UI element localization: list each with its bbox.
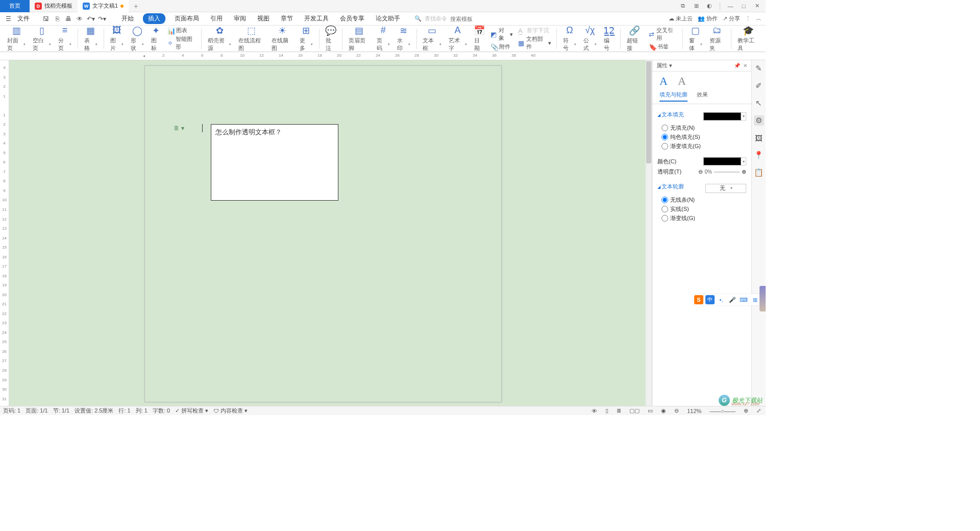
- file-menu[interactable]: 文件: [15, 14, 32, 23]
- radio-fill-grad[interactable]: 渐变填充(G): [662, 142, 746, 150]
- ribbon-more[interactable]: ⊞更多: [297, 27, 316, 51]
- redo-icon[interactable]: ↷▾: [98, 15, 106, 23]
- fit-icon[interactable]: ⤢: [755, 407, 763, 414]
- ribbon-tab-paper[interactable]: 论文助手: [374, 13, 402, 24]
- ribbon-pageno[interactable]: #页码: [374, 27, 393, 51]
- export-icon[interactable]: ⎘: [53, 15, 61, 23]
- minimize-button[interactable]: —: [726, 3, 735, 9]
- tool-assistant-icon[interactable]: ✎: [754, 63, 764, 74]
- tool-image-icon[interactable]: 🖼: [754, 133, 764, 143]
- ribbon-picture[interactable]: 🖼图片: [107, 27, 127, 51]
- ribbon-numbering[interactable]: 1̲2̲编号: [601, 27, 617, 51]
- ribbon-smartart[interactable]: ✧智能图形: [167, 35, 196, 51]
- tab-templates[interactable]: D找稻壳模板: [30, 0, 78, 12]
- tab-document[interactable]: W文字文稿1: [78, 0, 129, 12]
- ribbon-blank[interactable]: ▯空白页: [30, 27, 54, 51]
- ruler-horizontal[interactable]: ◂ 246810121416182022242628303234363840: [0, 52, 766, 60]
- preview-icon[interactable]: 👁: [76, 15, 84, 23]
- status-contentcheck[interactable]: 🛡内容检查 ▾: [213, 407, 248, 415]
- opacity-plus-icon[interactable]: ⊕: [742, 168, 746, 175]
- panel-close-icon[interactable]: ✕: [743, 63, 747, 68]
- tool-location-icon[interactable]: 📍: [754, 150, 764, 160]
- share-button[interactable]: ↗分享: [723, 15, 740, 22]
- zoom-slider[interactable]: ——○——: [708, 408, 737, 414]
- radio-outline-none[interactable]: 无线条(N): [662, 196, 746, 204]
- ribbon-tab-start[interactable]: 开始: [119, 13, 136, 24]
- section-text-outline[interactable]: 文本轮廓: [657, 183, 684, 190]
- ribbon-resgrp[interactable]: 🗂资源夹: [706, 27, 728, 51]
- tab-add-button[interactable]: +: [129, 2, 143, 10]
- ribbon-header[interactable]: ▤页眉页脚: [346, 27, 373, 51]
- zoom-out-icon[interactable]: ⊖: [673, 407, 680, 414]
- ribbon-tab-view[interactable]: 视图: [255, 13, 272, 24]
- undo-icon[interactable]: ↶▾: [87, 15, 95, 23]
- fill-swatch[interactable]: [703, 112, 741, 120]
- view-eye-icon[interactable]: 👁: [590, 408, 599, 414]
- status-pageno[interactable]: 页码: 1: [3, 407, 20, 415]
- ribbon-watermark[interactable]: ≋水印: [394, 27, 413, 51]
- radio-outline-solid[interactable]: 实线(S): [662, 205, 746, 213]
- color-swatch-dd[interactable]: ▾: [741, 157, 746, 165]
- radio-outline-grad[interactable]: 渐变线(G): [662, 214, 746, 222]
- ime-menu-icon[interactable]: ⊞: [750, 295, 760, 304]
- ribbon-date[interactable]: 📅日期: [471, 27, 487, 51]
- panel-tab-effect-icon[interactable]: A: [678, 75, 686, 88]
- ribbon-dropcap[interactable]: A̲首字下沉: [518, 27, 551, 34]
- maximize-button[interactable]: □: [739, 3, 748, 9]
- ime-keyboard-icon[interactable]: ⌨: [739, 295, 748, 304]
- ribbon-teach[interactable]: 🎓教学工具: [734, 27, 762, 51]
- ribbon-tab-vip[interactable]: 会员专享: [338, 13, 366, 24]
- view-outline-icon[interactable]: ≣: [615, 407, 623, 414]
- fill-swatch-dd[interactable]: ▾: [741, 112, 746, 120]
- status-col[interactable]: 列: 1: [136, 407, 148, 415]
- ime-toolbar[interactable]: S 中 •, 🎤 ⌨ ⊞: [693, 294, 761, 305]
- ribbon-tab-insert[interactable]: 插入: [143, 13, 165, 24]
- opacity-minus-icon[interactable]: ⊖: [698, 168, 703, 175]
- apps-icon[interactable]: ⊞: [692, 3, 701, 9]
- textbox[interactable]: 怎么制作透明文本框？: [211, 124, 338, 201]
- ime-sogou-icon[interactable]: S: [694, 295, 703, 304]
- outline-select[interactable]: 无▾: [705, 184, 746, 193]
- scrollbar-thumb[interactable]: [646, 61, 651, 163]
- view-page-icon[interactable]: ▯: [604, 407, 610, 414]
- ribbon-bookmark[interactable]: 🔖书签: [649, 43, 677, 51]
- tool-style-icon[interactable]: ✐: [754, 81, 764, 91]
- ribbon-tab-dev[interactable]: 开发工具: [302, 13, 331, 24]
- status-line[interactable]: 行: 1: [118, 407, 130, 415]
- command-search[interactable]: 🔍 查找命令: [414, 15, 491, 22]
- collab-button[interactable]: 👥协作: [698, 15, 718, 22]
- section-text-fill[interactable]: 文本填充: [657, 111, 684, 118]
- radio-fill-none[interactable]: 无填充(N): [662, 124, 746, 132]
- scrollbar-vertical[interactable]: [646, 60, 652, 406]
- cloud-status[interactable]: ☁未上云: [669, 15, 693, 22]
- ime-voice-icon[interactable]: 🎤: [728, 295, 737, 304]
- ruler-vertical[interactable]: 4321123456789101112131415161718192021222…: [0, 60, 9, 406]
- ribbon-attach[interactable]: 📎附件: [491, 43, 513, 51]
- ribbon-section[interactable]: ≡分页: [55, 27, 75, 51]
- ribbon-table[interactable]: ▦表格: [81, 27, 101, 51]
- collapse-ribbon[interactable]: ︿: [756, 15, 762, 22]
- opacity-slider[interactable]: ⊖ 0% ⊕: [698, 168, 746, 175]
- view-web-icon[interactable]: ▭: [646, 407, 654, 414]
- menu-icon[interactable]: ☰: [4, 15, 12, 23]
- template-search-input[interactable]: [450, 16, 491, 22]
- ribbon-symbol[interactable]: Ω符号: [560, 27, 579, 51]
- tool-properties-icon[interactable]: ⚙: [754, 115, 764, 126]
- ime-punct-icon[interactable]: •,: [717, 295, 726, 304]
- ribbon-dkres[interactable]: ✿稻壳资源: [205, 27, 234, 51]
- ime-lang-icon[interactable]: 中: [705, 295, 715, 304]
- ribbon-tab-review[interactable]: 审阅: [232, 13, 248, 24]
- ribbon-comment[interactable]: 💬批注: [323, 27, 339, 51]
- ribbon-tab-layout[interactable]: 页面布局: [173, 13, 201, 24]
- ribbon-flow[interactable]: ⬚在线流程图: [235, 27, 267, 51]
- ribbon-wordart[interactable]: A艺术字: [446, 27, 470, 51]
- zoom-in-icon[interactable]: ⊕: [742, 407, 750, 414]
- ribbon-docpart[interactable]: ▦文档部件▾: [518, 35, 551, 51]
- ribbon-shape[interactable]: ◯形状: [128, 27, 147, 51]
- color-swatch[interactable]: [703, 157, 741, 165]
- ribbon-link[interactable]: 🔗超链接: [624, 27, 646, 51]
- close-button[interactable]: ✕: [752, 3, 762, 9]
- status-section[interactable]: 节: 1/1: [53, 407, 69, 415]
- tool-select-icon[interactable]: ↖: [754, 98, 764, 108]
- ribbon-chart[interactable]: 📊图表: [167, 27, 196, 34]
